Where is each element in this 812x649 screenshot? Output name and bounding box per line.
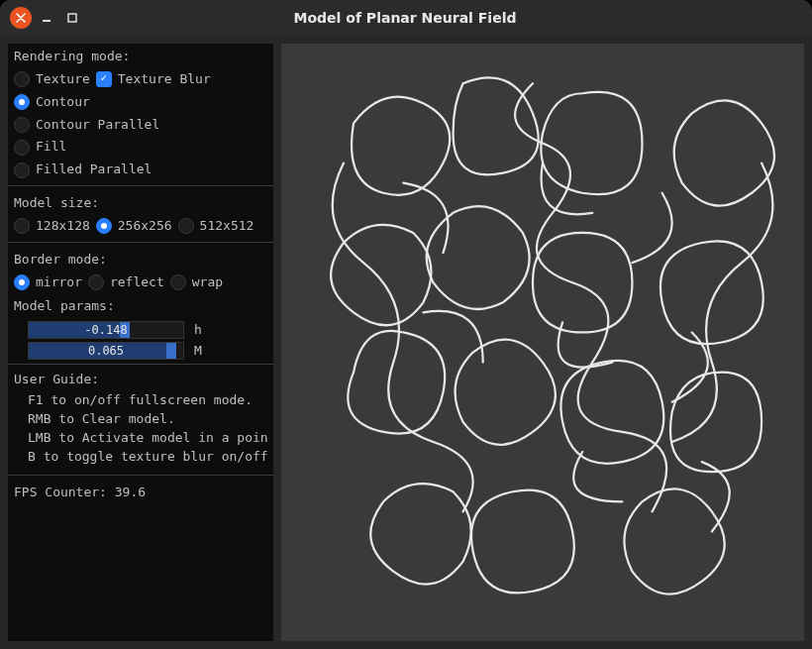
close-button[interactable] bbox=[10, 7, 32, 29]
radio-label: Filled Parallel bbox=[36, 161, 152, 179]
param-slider-h[interactable]: -0.148h bbox=[28, 321, 267, 339]
window-controls bbox=[10, 7, 83, 29]
svg-rect-1 bbox=[68, 14, 76, 22]
user-guide-list: F1 to on/off fullscreen mode.RMB to Clea… bbox=[28, 391, 267, 466]
settings-panel: Rendering mode: Texture Texture Blur Con… bbox=[8, 44, 273, 641]
separator bbox=[8, 475, 273, 476]
client-area: Rendering mode: Texture Texture Blur Con… bbox=[0, 36, 812, 649]
radio-icon bbox=[14, 71, 30, 87]
param-slider-M[interactable]: 0.065M bbox=[28, 342, 267, 360]
slider-track[interactable]: -0.148 bbox=[28, 321, 184, 339]
radio-label: mirror bbox=[36, 273, 82, 292]
rendering-option-2[interactable]: Fill bbox=[14, 136, 66, 159]
radio-label: wrap bbox=[192, 273, 223, 292]
radio-label: Texture bbox=[36, 70, 90, 89]
rendering-option-1[interactable]: Contour Parallel bbox=[14, 114, 159, 137]
rendering-option-3[interactable]: Filled Parallel bbox=[14, 159, 152, 181]
title-bar: Model of Planar Neural Field bbox=[0, 0, 812, 36]
svg-rect-0 bbox=[43, 20, 51, 22]
radio-label: reflect bbox=[110, 273, 164, 292]
user-guide-label: User Guide: bbox=[14, 371, 267, 389]
guide-item-1: RMB to Clear model. bbox=[28, 410, 267, 429]
slider-label: h bbox=[194, 321, 202, 340]
checkbox-label: Texture Blur bbox=[118, 70, 211, 89]
minimize-icon bbox=[41, 12, 52, 24]
radio-icon bbox=[178, 218, 194, 234]
border-mode-label: Border mode: bbox=[8, 247, 273, 271]
radio-icon bbox=[14, 274, 30, 290]
fps-label: FPS Counter: bbox=[14, 485, 115, 499]
model-size-label: Model size: bbox=[8, 190, 273, 215]
minimize-button[interactable] bbox=[36, 7, 57, 29]
radio-label: Fill bbox=[36, 138, 66, 157]
window-title: Model of Planar Neural Field bbox=[83, 10, 727, 26]
model-size-option-0[interactable]: 128x128 bbox=[14, 215, 90, 238]
slider-label: M bbox=[194, 342, 202, 361]
radio-icon bbox=[14, 140, 30, 156]
texture-blur-checkbox[interactable]: Texture Blur bbox=[96, 68, 211, 91]
guide-item-2: LMB to Activate model in a poin bbox=[28, 429, 267, 448]
radio-label: 512x512 bbox=[200, 217, 254, 236]
model-size-option-1[interactable]: 256x256 bbox=[96, 215, 172, 238]
slider-value: -0.148 bbox=[29, 322, 183, 338]
separator bbox=[8, 242, 273, 243]
maximize-button[interactable] bbox=[61, 7, 83, 29]
rendering-texture-radio[interactable]: Texture bbox=[14, 68, 90, 91]
radio-icon bbox=[170, 274, 186, 290]
border-mode-option-1[interactable]: reflect bbox=[88, 271, 164, 294]
close-icon bbox=[16, 13, 26, 23]
radio-label: 256x256 bbox=[118, 217, 172, 236]
guide-item-0: F1 to on/off fullscreen mode. bbox=[28, 391, 267, 410]
render-viewport[interactable] bbox=[281, 44, 804, 641]
fps-counter: FPS Counter: 39.6 bbox=[8, 480, 273, 506]
model-params-label: Model params: bbox=[8, 293, 273, 318]
radio-icon bbox=[14, 162, 30, 178]
radio-label: Contour Parallel bbox=[36, 116, 159, 135]
radio-label: Contour bbox=[36, 93, 90, 112]
neural-field-render bbox=[281, 44, 804, 641]
user-guide: User Guide: F1 to on/off fullscreen mode… bbox=[8, 369, 273, 470]
radio-icon bbox=[96, 218, 112, 234]
slider-value: 0.065 bbox=[29, 343, 183, 359]
fps-value: 39.6 bbox=[115, 485, 146, 499]
radio-label: 128x128 bbox=[36, 217, 90, 236]
guide-item-3: B to toggle texture blur on/off bbox=[28, 448, 267, 467]
radio-icon bbox=[14, 94, 30, 110]
radio-icon bbox=[14, 218, 30, 234]
radio-icon bbox=[14, 117, 30, 133]
maximize-icon bbox=[66, 12, 78, 24]
separator bbox=[8, 185, 273, 186]
rendering-mode-label: Rendering mode: bbox=[8, 44, 273, 68]
slider-track[interactable]: 0.065 bbox=[28, 342, 184, 360]
separator bbox=[8, 364, 273, 365]
model-size-option-2[interactable]: 512x512 bbox=[178, 215, 254, 238]
rendering-option-0[interactable]: Contour bbox=[14, 91, 90, 114]
checkbox-icon bbox=[96, 71, 112, 87]
radio-icon bbox=[88, 274, 104, 290]
border-mode-option-0[interactable]: mirror bbox=[14, 271, 82, 294]
border-mode-option-2[interactable]: wrap bbox=[170, 271, 223, 294]
